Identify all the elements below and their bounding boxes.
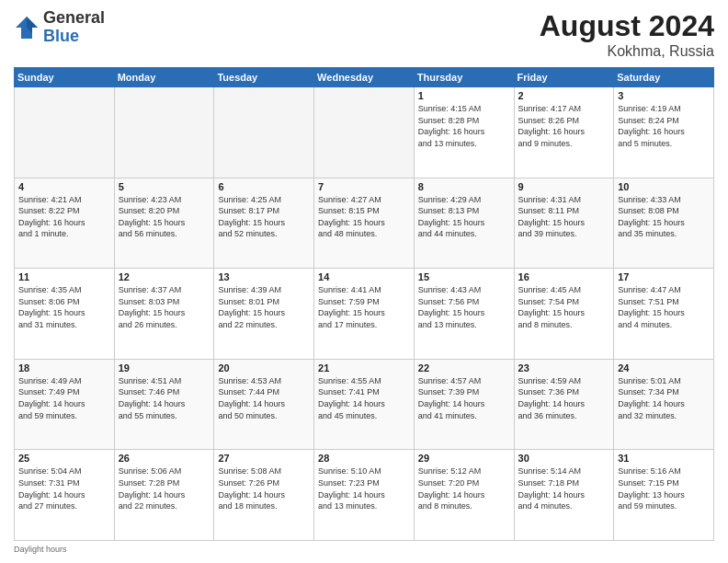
logo-icon [14,15,40,40]
calendar-cell-0-4: 1Sunrise: 4:15 AMSunset: 8:28 PMDaylight… [414,87,514,178]
calendar-cell-2-0: 11Sunrise: 4:35 AMSunset: 8:06 PMDayligh… [15,269,115,360]
week-row-3: 11Sunrise: 4:35 AMSunset: 8:06 PMDayligh… [15,269,714,360]
logo: General Blue [14,9,105,46]
day-number-16: 16 [518,271,610,282]
day-number-15: 15 [418,271,510,282]
day-info-25: Sunrise: 5:04 AMSunset: 7:31 PMDaylight:… [18,465,110,511]
calendar-cell-2-6: 17Sunrise: 4:47 AMSunset: 7:51 PMDayligh… [614,269,714,360]
calendar-cell-2-4: 15Sunrise: 4:43 AMSunset: 7:56 PMDayligh… [414,269,514,360]
calendar-cell-3-1: 19Sunrise: 4:51 AMSunset: 7:46 PMDayligh… [114,359,214,450]
day-number-25: 25 [18,453,110,464]
day-number-14: 14 [318,271,410,282]
calendar-cell-1-5: 9Sunrise: 4:31 AMSunset: 8:11 PMDaylight… [514,178,614,269]
col-tuesday: Tuesday [214,68,314,87]
day-number-26: 26 [119,453,210,464]
page: General Blue August 2024 Kokhma, Russia … [0,0,728,563]
footer-text: Daylight hours [14,545,67,554]
day-number-22: 22 [418,362,510,373]
day-info-5: Sunrise: 4:23 AMSunset: 8:20 PMDaylight:… [119,194,210,240]
day-info-6: Sunrise: 4:25 AMSunset: 8:17 PMDaylight:… [218,194,310,240]
calendar-table: Sunday Monday Tuesday Wednesday Thursday… [14,67,714,541]
calendar-cell-3-2: 20Sunrise: 4:53 AMSunset: 7:44 PMDayligh… [214,359,314,450]
day-number-29: 29 [418,453,510,464]
day-number-9: 9 [518,181,610,192]
month-year: August 2024 [540,9,714,43]
day-number-20: 20 [218,362,310,373]
calendar-cell-4-5: 30Sunrise: 5:14 AMSunset: 7:18 PMDayligh… [514,450,614,541]
week-row-5: 25Sunrise: 5:04 AMSunset: 7:31 PMDayligh… [15,450,714,541]
calendar-cell-1-6: 10Sunrise: 4:33 AMSunset: 8:08 PMDayligh… [614,178,714,269]
footer: Daylight hours [14,545,714,554]
day-info-3: Sunrise: 4:19 AMSunset: 8:24 PMDaylight:… [618,103,710,149]
day-info-26: Sunrise: 5:06 AMSunset: 7:28 PMDaylight:… [119,465,210,511]
calendar-cell-0-2 [214,87,314,178]
day-info-14: Sunrise: 4:41 AMSunset: 7:59 PMDaylight:… [318,284,410,330]
calendar-cell-4-0: 25Sunrise: 5:04 AMSunset: 7:31 PMDayligh… [15,450,115,541]
day-info-30: Sunrise: 5:14 AMSunset: 7:18 PMDaylight:… [518,465,610,511]
week-row-4: 18Sunrise: 4:49 AMSunset: 7:49 PMDayligh… [15,359,714,450]
day-info-29: Sunrise: 5:12 AMSunset: 7:20 PMDaylight:… [418,465,510,511]
day-number-19: 19 [119,362,210,373]
calendar-cell-3-6: 24Sunrise: 5:01 AMSunset: 7:34 PMDayligh… [614,359,714,450]
col-monday: Monday [114,68,214,87]
week-row-1: 1Sunrise: 4:15 AMSunset: 8:28 PMDaylight… [15,87,714,178]
day-info-31: Sunrise: 5:16 AMSunset: 7:15 PMDaylight:… [618,465,710,511]
day-number-8: 8 [418,181,510,192]
day-number-31: 31 [618,453,710,464]
day-info-16: Sunrise: 4:45 AMSunset: 7:54 PMDaylight:… [518,284,610,330]
calendar-cell-1-4: 8Sunrise: 4:29 AMSunset: 8:13 PMDaylight… [414,178,514,269]
calendar-cell-2-3: 14Sunrise: 4:41 AMSunset: 7:59 PMDayligh… [314,269,415,360]
day-info-15: Sunrise: 4:43 AMSunset: 7:56 PMDaylight:… [418,284,510,330]
day-number-6: 6 [218,181,310,192]
calendar-cell-2-2: 13Sunrise: 4:39 AMSunset: 8:01 PMDayligh… [214,269,314,360]
day-info-27: Sunrise: 5:08 AMSunset: 7:26 PMDaylight:… [218,465,310,511]
day-info-23: Sunrise: 4:59 AMSunset: 7:36 PMDaylight:… [518,375,610,421]
calendar-cell-1-2: 6Sunrise: 4:25 AMSunset: 8:17 PMDaylight… [214,178,314,269]
day-info-11: Sunrise: 4:35 AMSunset: 8:06 PMDaylight:… [18,284,110,330]
day-number-18: 18 [18,362,110,373]
calendar-cell-1-1: 5Sunrise: 4:23 AMSunset: 8:20 PMDaylight… [114,178,214,269]
day-info-10: Sunrise: 4:33 AMSunset: 8:08 PMDaylight:… [618,194,710,240]
logo-general-text: General [43,8,105,27]
calendar-cell-4-3: 28Sunrise: 5:10 AMSunset: 7:23 PMDayligh… [314,450,415,541]
calendar-cell-4-6: 31Sunrise: 5:16 AMSunset: 7:15 PMDayligh… [614,450,714,541]
day-number-23: 23 [518,362,610,373]
col-thursday: Thursday [414,68,514,87]
calendar-cell-2-5: 16Sunrise: 4:45 AMSunset: 7:54 PMDayligh… [514,269,614,360]
day-info-1: Sunrise: 4:15 AMSunset: 8:28 PMDaylight:… [418,103,510,149]
day-info-9: Sunrise: 4:31 AMSunset: 8:11 PMDaylight:… [518,194,610,240]
week-row-2: 4Sunrise: 4:21 AMSunset: 8:22 PMDaylight… [15,178,714,269]
day-number-2: 2 [518,90,610,101]
day-info-17: Sunrise: 4:47 AMSunset: 7:51 PMDaylight:… [618,284,710,330]
day-info-18: Sunrise: 4:49 AMSunset: 7:49 PMDaylight:… [18,375,110,421]
day-info-2: Sunrise: 4:17 AMSunset: 8:26 PMDaylight:… [518,103,610,149]
day-number-7: 7 [318,181,410,192]
header: General Blue August 2024 Kokhma, Russia [14,9,714,60]
col-friday: Friday [514,68,614,87]
day-number-24: 24 [618,362,710,373]
day-info-28: Sunrise: 5:10 AMSunset: 7:23 PMDaylight:… [318,465,410,511]
day-info-24: Sunrise: 5:01 AMSunset: 7:34 PMDaylight:… [618,375,710,421]
day-number-3: 3 [618,90,710,101]
day-info-21: Sunrise: 4:55 AMSunset: 7:41 PMDaylight:… [318,375,410,421]
day-number-27: 27 [218,453,310,464]
calendar-cell-4-2: 27Sunrise: 5:08 AMSunset: 7:26 PMDayligh… [214,450,314,541]
day-info-13: Sunrise: 4:39 AMSunset: 8:01 PMDaylight:… [218,284,310,330]
day-number-17: 17 [618,271,710,282]
calendar-cell-1-3: 7Sunrise: 4:27 AMSunset: 8:15 PMDaylight… [314,178,415,269]
day-info-19: Sunrise: 4:51 AMSunset: 7:46 PMDaylight:… [119,375,210,421]
col-saturday: Saturday [614,68,714,87]
calendar-cell-0-0 [15,87,115,178]
day-number-13: 13 [218,271,310,282]
day-info-8: Sunrise: 4:29 AMSunset: 8:13 PMDaylight:… [418,194,510,240]
calendar-cell-1-0: 4Sunrise: 4:21 AMSunset: 8:22 PMDaylight… [15,178,115,269]
day-info-22: Sunrise: 4:57 AMSunset: 7:39 PMDaylight:… [418,375,510,421]
calendar-cell-0-6: 3Sunrise: 4:19 AMSunset: 8:24 PMDaylight… [614,87,714,178]
calendar-cell-3-4: 22Sunrise: 4:57 AMSunset: 7:39 PMDayligh… [414,359,514,450]
calendar-cell-3-5: 23Sunrise: 4:59 AMSunset: 7:36 PMDayligh… [514,359,614,450]
calendar-cell-3-0: 18Sunrise: 4:49 AMSunset: 7:49 PMDayligh… [15,359,115,450]
title-block: August 2024 Kokhma, Russia [540,9,714,60]
calendar-cell-0-5: 2Sunrise: 4:17 AMSunset: 8:26 PMDaylight… [514,87,614,178]
day-number-5: 5 [119,181,210,192]
day-number-21: 21 [318,362,410,373]
